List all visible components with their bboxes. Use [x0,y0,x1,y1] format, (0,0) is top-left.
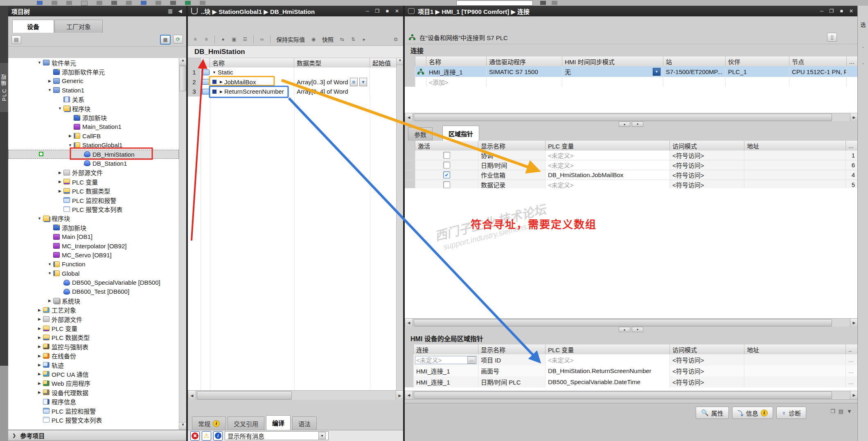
col-access-mode[interactable]: 访问模式 [670,141,744,151]
keep-actual-values-button[interactable]: 保持实际值 [274,35,307,43]
var-name[interactable]: Static [218,69,233,76]
monitor-all-icon[interactable]: ∞ [257,35,267,44]
db-hscrollbar[interactable]: ◀ ▶ [188,390,404,400]
scroll-up-icon[interactable]: ▲ [397,58,404,65]
connection-value[interactable]: HMI_连接_1 [414,365,478,376]
global-pointer-hscrollbar[interactable]: ◀ ▶ [405,391,858,400]
col-more[interactable]: .. [846,344,857,354]
db-row-jobmailbox[interactable]: 2 ▶JobMailBox Array[0..3] of Word≣▼ [188,77,396,88]
db-col-datatype[interactable]: 数据类型 [294,58,370,68]
tree-expander-icon[interactable]: ▶ [56,171,63,175]
tree-expander-icon[interactable]: ▶ [36,317,43,321]
active-checkbox[interactable] [443,181,450,188]
scroll-thumb[interactable] [180,66,186,91]
connection-value[interactable]: HMI_连接_1 [414,376,478,387]
tree-item[interactable]: ▼ Station1 [8,86,179,94]
col-station[interactable]: 站 [663,56,726,66]
tree-item[interactable]: 添加新块 [8,223,179,232]
tree-expander-icon[interactable]: ▶ [36,308,43,312]
float-icon[interactable] [374,8,380,14]
global-pointer-row-screen-number[interactable]: HMI_连接_1 画面号 DB_HmiStation.ReturnScreenN… [405,365,857,377]
connection-name[interactable]: HMI_连接_1 [426,66,487,77]
expand-all-icon[interactable]: ☰ [240,35,250,44]
tree-item[interactable]: PLC 报警文本列表 [8,205,179,214]
sync-dropdown-icon[interactable]: ▼ [653,68,661,76]
message-filter-select[interactable]: 显示所有消息 ▼ [225,431,329,440]
tree-expander-icon[interactable]: ▶ [46,299,53,303]
col-display-name[interactable]: 显示名称 [478,344,546,354]
tab-devices[interactable]: 设备 [12,20,54,33]
col-driver[interactable]: 通信驱动程序 [487,56,562,66]
tree-item[interactable]: PLC 报警文本列表 [8,415,179,424]
tree-expander-icon[interactable]: ▼ [56,106,63,110]
tab-parameters[interactable]: 参数 [408,127,433,141]
tree-item[interactable]: ▶ PLC 变量 [8,177,179,186]
var-name[interactable]: JobMailBox [224,79,256,86]
pointer-access-mode[interactable]: <符号访问> [670,160,744,170]
connection-partner[interactable]: PLC_1 [726,66,789,77]
tree-item[interactable]: ▶ 外部源文件 [8,315,179,324]
col-node[interactable]: 节点 [789,56,847,66]
tree-expander-icon[interactable]: ▼ [46,271,53,275]
tree-item[interactable]: ▼ 程序块 [8,214,179,223]
tree-item[interactable]: ▶ PLC 数据类型 [8,186,179,195]
tree-expander-icon[interactable]: ▼ [36,216,43,220]
global-pointer-row-datetime-plc[interactable]: HMI_连接_1 日期/时间 PLC DB500_SpecialVariable… [405,376,857,388]
pointer-plc-tag[interactable]: DB_HmiStation.ReturnScreenNumber [546,365,670,376]
splitter-up-icon[interactable]: ▲ [619,327,630,332]
connection-add-row[interactable]: <添加> [405,77,857,87]
table-view-icon[interactable]: ▦ [160,35,171,45]
pointer-access-mode[interactable]: <符号访问> [670,365,744,376]
scroll-left-icon[interactable]: ◀ [405,391,413,399]
tree-item[interactable]: ▶ 工艺对象 [8,306,179,315]
tree-item[interactable]: DB600_Test [DB600] [8,287,179,296]
scroll-right-icon[interactable]: ▶ [850,391,858,399]
tree-item[interactable]: ▶ CallFB [8,131,179,140]
tree-item[interactable]: ▶ 监控与强制表 [8,342,179,351]
connection-sync[interactable]: 无 [565,68,571,76]
pointer-address[interactable] [744,170,846,180]
col-partner[interactable]: 伙伴 [726,56,789,66]
load-values-icon[interactable]: ⇅ [348,35,358,44]
pointer-address[interactable] [744,160,846,170]
pointer-plc-tag[interactable]: <未定义> [546,151,670,160]
scroll-left-icon[interactable]: ◀ [405,113,413,122]
global-pointer-row-project-id[interactable]: <未定义> … 项目 ID <未定义> <符号访问> ... [405,354,857,366]
connections-hscrollbar[interactable]: ◀ ▶ [405,113,858,122]
row-more[interactable]: ... [846,376,857,387]
area-pointer-row[interactable]: 日期/时间 <未定义> <符号访问> 6 [405,160,857,170]
tree-item[interactable]: MC_Servo [OB91] [8,250,179,259]
rail-chevron-icon[interactable]: ⌄ [858,45,868,49]
scroll-down-icon[interactable]: ▼ [179,422,187,430]
float-icon[interactable] [829,8,834,14]
db-vscrollbar[interactable]: ▲ [396,58,404,390]
tree-item[interactable]: ▶ 外部源文件 [8,168,179,177]
tree-item[interactable]: ▶ 设备代理数据 [8,388,179,397]
maximize-icon[interactable] [839,8,844,14]
info-button[interactable]: ⤵信息 [732,407,773,419]
tree-expander-icon[interactable]: ▶ [46,79,53,83]
db-row-static[interactable]: 1 ▼Static [188,68,396,78]
tree-item[interactable]: MC_Interpolator [OB92] [8,241,179,250]
connection-select-field[interactable]: <未定义> … [415,356,477,364]
col-display-name[interactable]: 显示名称 [478,141,546,151]
var-type[interactable]: Array[0..4] of Word [294,87,370,97]
tree-item[interactable]: DB_HmiStation [8,150,179,159]
tree-item[interactable]: 添加新块 [8,113,179,122]
scroll-up-icon[interactable]: ▲ [179,58,187,65]
scroll-right-icon[interactable]: ▶ [396,391,404,400]
snapshot-button[interactable]: 快照 [320,35,336,43]
tree-scrollbar[interactable]: ▲ ▼ [179,58,187,430]
active-checkbox[interactable] [443,171,450,178]
tree-item[interactable]: ▼ StationGlobal1 [8,141,179,150]
tree-item[interactable]: ▼ Global [8,269,179,278]
top-search-box[interactable] [456,0,533,6]
maximize-icon[interactable] [384,8,390,14]
minimize-icon[interactable] [819,8,825,14]
warning-icon[interactable] [202,431,211,441]
add-connection-label[interactable]: <添加> [426,77,487,87]
clipboard-icon[interactable]: ⧉ [391,35,401,44]
tree-expander-icon[interactable]: ▼ [46,262,53,266]
splitter-down-icon[interactable]: ▼ [632,122,643,127]
scroll-left-icon[interactable]: ◀ [188,391,196,400]
